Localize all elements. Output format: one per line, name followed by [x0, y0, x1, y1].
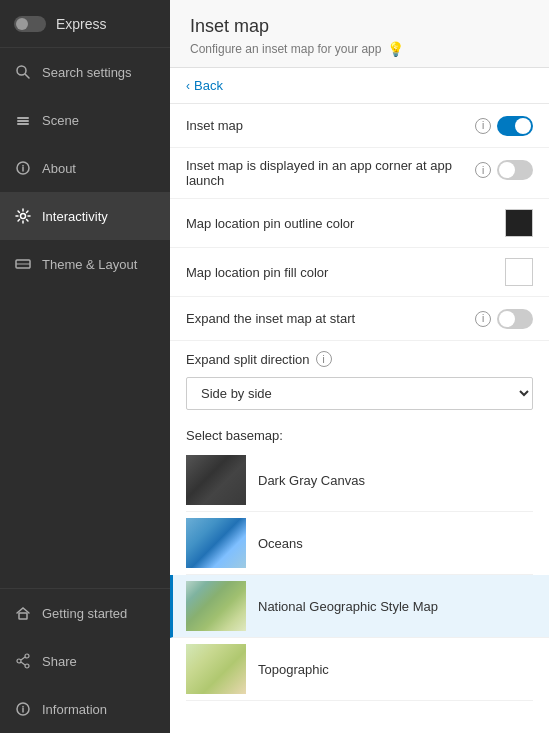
svg-line-1 — [26, 75, 30, 79]
setting-label-pin-outline: Map location pin outline color — [186, 216, 505, 231]
page-title: Inset map — [190, 16, 529, 37]
info-icon-expand-split[interactable]: i — [316, 351, 332, 367]
expand-split-select-wrapper: Side by side Stacked — [170, 373, 549, 420]
basemap-thumb-natgeo — [186, 581, 246, 631]
basemap-thumb-dark-gray — [186, 455, 246, 505]
expand-split-section: Expand split direction i — [170, 341, 549, 373]
setting-label-expand-start: Expand the inset map at start — [186, 311, 475, 326]
svg-line-15 — [21, 657, 25, 660]
basemap-item-dark-gray[interactable]: Dark Gray Canvas — [186, 449, 533, 512]
sidebar-label-about: About — [42, 161, 76, 176]
page-header: Inset map Configure an inset map for you… — [170, 0, 549, 68]
color-swatch-pin-fill[interactable] — [505, 258, 533, 286]
setting-label-pin-fill: Map location pin fill color — [186, 265, 505, 280]
info-circle-icon — [14, 159, 32, 177]
setting-controls-inset-map: i — [475, 116, 533, 136]
sidebar-bottom: Getting started Share — [0, 588, 170, 733]
expand-split-label: Expand split direction i — [186, 351, 533, 367]
setting-expand-start: Expand the inset map at start i — [170, 297, 549, 341]
sidebar-label-information: Information — [42, 702, 107, 717]
setting-controls-pin-outline — [505, 209, 533, 237]
settings-panel: ‹ Back Inset map i Inset map is displaye… — [170, 68, 549, 733]
basemap-section-label: Select basemap: — [170, 420, 549, 449]
main-content: Inset map Configure an inset map for you… — [170, 0, 549, 733]
svg-rect-2 — [17, 117, 29, 119]
setting-label-inset-map: Inset map — [186, 118, 475, 133]
setting-inset-map: Inset map i — [170, 104, 549, 148]
page-subtitle: Configure an inset map for your app 💡 — [190, 41, 529, 57]
info-icon-inset-map[interactable]: i — [475, 118, 491, 134]
svg-rect-11 — [19, 613, 27, 619]
chevron-left-icon: ‹ — [186, 79, 190, 93]
basemap-item-topo[interactable]: Topographic — [186, 638, 533, 701]
basemap-thumb-oceans — [186, 518, 246, 568]
sidebar-header: Express — [0, 0, 170, 48]
setting-controls-pin-fill — [505, 258, 533, 286]
sidebar-label-theme-layout: Theme & Layout — [42, 257, 137, 272]
basemap-item-oceans[interactable]: Oceans — [186, 512, 533, 575]
sidebar-item-theme-layout[interactable]: Theme & Layout — [0, 240, 170, 288]
svg-point-12 — [25, 654, 29, 658]
svg-line-16 — [21, 662, 25, 665]
sidebar-label-share: Share — [42, 654, 77, 669]
sidebar-item-share[interactable]: Share — [0, 637, 170, 685]
bulb-icon: 💡 — [387, 41, 404, 57]
gear-icon — [14, 207, 32, 225]
svg-point-0 — [17, 66, 26, 75]
setting-pin-fill-color: Map location pin fill color — [170, 248, 549, 297]
sidebar-label-scene: Scene — [42, 113, 79, 128]
toggle-display-corner[interactable] — [497, 160, 533, 180]
expand-split-select[interactable]: Side by side Stacked — [186, 377, 533, 410]
sidebar-label-getting-started: Getting started — [42, 606, 127, 621]
app-toggle[interactable] — [14, 16, 46, 32]
basemap-list: Dark Gray Canvas Oceans National Geograp… — [170, 449, 549, 701]
basemap-name-natgeo: National Geographic Style Map — [258, 599, 438, 614]
sidebar-item-scene[interactable]: Scene — [0, 96, 170, 144]
layers-icon — [14, 111, 32, 129]
info-icon-expand-start[interactable]: i — [475, 311, 491, 327]
svg-point-19 — [22, 706, 24, 708]
setting-display-corner: Inset map is displayed in an app corner … — [170, 148, 549, 199]
toggle-expand-start[interactable] — [497, 309, 533, 329]
sidebar-item-getting-started[interactable]: Getting started — [0, 589, 170, 637]
sidebar-item-search-settings[interactable]: Search settings — [0, 48, 170, 96]
setting-label-display-corner: Inset map is displayed in an app corner … — [186, 158, 475, 188]
info-icon — [14, 700, 32, 718]
sidebar-label-interactivity: Interactivity — [42, 209, 108, 224]
back-button[interactable]: ‹ Back — [170, 68, 549, 104]
svg-point-13 — [17, 659, 21, 663]
setting-controls-display-corner: i — [475, 158, 533, 180]
basemap-item-natgeo[interactable]: National Geographic Style Map — [170, 575, 549, 638]
basemap-thumb-topo — [186, 644, 246, 694]
basemap-name-topo: Topographic — [258, 662, 329, 677]
basemap-name-dark-gray: Dark Gray Canvas — [258, 473, 365, 488]
home-icon — [14, 604, 32, 622]
sidebar: Express Search settings Scene — [0, 0, 170, 733]
app-name: Express — [56, 16, 107, 32]
svg-rect-4 — [17, 123, 29, 125]
info-icon-display-corner[interactable]: i — [475, 162, 491, 178]
setting-controls-expand-start: i — [475, 309, 533, 329]
basemap-name-oceans: Oceans — [258, 536, 303, 551]
svg-point-14 — [25, 664, 29, 668]
search-icon — [14, 63, 32, 81]
sidebar-item-information[interactable]: Information — [0, 685, 170, 733]
toggle-inset-map[interactable] — [497, 116, 533, 136]
svg-point-8 — [21, 214, 26, 219]
sidebar-item-about[interactable]: About — [0, 144, 170, 192]
share-icon — [14, 652, 32, 670]
palette-icon — [14, 255, 32, 273]
setting-pin-outline-color: Map location pin outline color — [170, 199, 549, 248]
color-swatch-pin-outline[interactable] — [505, 209, 533, 237]
sidebar-label-search-settings: Search settings — [42, 65, 132, 80]
svg-rect-3 — [17, 120, 29, 122]
svg-point-7 — [22, 165, 24, 167]
sidebar-item-interactivity[interactable]: Interactivity — [0, 192, 170, 240]
